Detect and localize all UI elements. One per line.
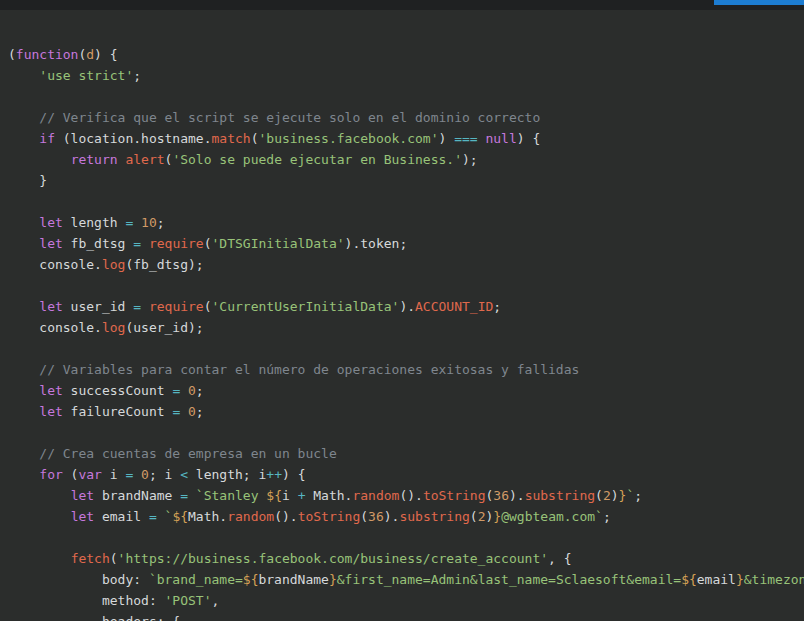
code-token: ; bbox=[493, 299, 501, 314]
code-token bbox=[141, 236, 149, 251]
code-line bbox=[8, 422, 804, 443]
code-token: method: bbox=[8, 593, 165, 608]
window-top-strip bbox=[0, 0, 804, 10]
code-token: ${ bbox=[243, 572, 259, 587]
code-token: ( bbox=[470, 509, 478, 524]
code-token: ) { bbox=[94, 47, 117, 62]
code-token: (). bbox=[399, 488, 422, 503]
code-token: let bbox=[39, 383, 62, 398]
code-token: length bbox=[63, 215, 126, 230]
code-token: // Crea cuentas de empresa en un bucle bbox=[39, 446, 336, 461]
code-token: fb_dtsg bbox=[63, 236, 133, 251]
code-token: ) { bbox=[282, 467, 305, 482]
code-line: let email = `${Math.random().toString(36… bbox=[8, 506, 804, 527]
code-token: (user_id); bbox=[125, 320, 203, 335]
code-token: = bbox=[180, 488, 188, 503]
code-token bbox=[8, 236, 39, 251]
code-token: ( bbox=[204, 299, 212, 314]
code-token bbox=[8, 215, 39, 230]
code-line bbox=[8, 191, 804, 212]
code-token: 'POST' bbox=[165, 593, 212, 608]
code-token: Math. bbox=[188, 509, 227, 524]
code-token bbox=[8, 509, 71, 524]
code-token: 'DTSGInitialData' bbox=[212, 236, 345, 251]
code-token: ; bbox=[196, 383, 204, 398]
code-token: `brand_name= bbox=[149, 572, 243, 587]
code-token: log bbox=[102, 257, 125, 272]
code-token: ( bbox=[360, 509, 368, 524]
code-line bbox=[8, 527, 804, 548]
code-token: ${ bbox=[681, 572, 697, 587]
code-token: = bbox=[133, 236, 141, 251]
code-token bbox=[8, 467, 39, 482]
code-token: let bbox=[71, 509, 94, 524]
code-token: function bbox=[16, 47, 79, 62]
code-token: brandName bbox=[258, 572, 328, 587]
code-line: console.log(fb_dtsg); bbox=[8, 254, 804, 275]
code-token: 'business.facebook.com' bbox=[258, 131, 438, 146]
code-line: let brandName = `Stanley ${i + Math.rand… bbox=[8, 485, 804, 506]
code-token: ( bbox=[204, 236, 212, 251]
scroll-accent-bar bbox=[714, 0, 804, 5]
code-token: null bbox=[485, 131, 516, 146]
code-token: var bbox=[78, 467, 101, 482]
code-token: } bbox=[493, 509, 501, 524]
code-token: ${ bbox=[172, 509, 188, 524]
code-line bbox=[8, 275, 804, 296]
code-content: (function(d) { 'use strict'; // Verifica… bbox=[0, 10, 804, 621]
code-token: 'use strict' bbox=[39, 68, 133, 83]
code-token: ) bbox=[611, 488, 619, 503]
code-token: d bbox=[86, 47, 94, 62]
code-token bbox=[133, 215, 141, 230]
code-line: // Verifica que el script se ejecute sol… bbox=[8, 107, 804, 128]
code-token: ). bbox=[509, 488, 525, 503]
code-token: headers: { bbox=[8, 614, 180, 621]
code-token: // Variables para contar el número de op… bbox=[39, 362, 579, 377]
code-token: require bbox=[149, 236, 204, 251]
code-token: ; bbox=[603, 509, 611, 524]
code-token: 36 bbox=[493, 488, 509, 503]
code-line: headers: { bbox=[8, 611, 804, 621]
code-line: fetch('https://business.facebook.com/bus… bbox=[8, 548, 804, 569]
code-token: `Stanley bbox=[196, 488, 266, 503]
code-token: ++ bbox=[266, 467, 282, 482]
code-token: @wgbteam.com` bbox=[501, 509, 603, 524]
code-token: ).token; bbox=[345, 236, 408, 251]
code-token: (location.hostname. bbox=[55, 131, 212, 146]
code-token: brandName bbox=[94, 488, 180, 503]
code-token: ( bbox=[8, 47, 16, 62]
code-editor[interactable]: (function(d) { 'use strict'; // Verifica… bbox=[0, 10, 804, 621]
code-line: let successCount = 0; bbox=[8, 380, 804, 401]
code-token: 0 bbox=[188, 404, 196, 419]
code-token bbox=[8, 551, 71, 566]
code-token: ). bbox=[384, 509, 400, 524]
code-token: ${ bbox=[266, 488, 282, 503]
code-token: } bbox=[8, 173, 47, 188]
code-token: Math. bbox=[305, 488, 352, 503]
code-line: let failureCount = 0; bbox=[8, 401, 804, 422]
code-line: body: `brand_name=${brandName}&first_nam… bbox=[8, 569, 804, 590]
code-token bbox=[8, 446, 39, 461]
code-token: ); bbox=[462, 152, 478, 167]
code-token: fetch bbox=[71, 551, 110, 566]
code-token: console. bbox=[8, 257, 102, 272]
code-token: , bbox=[212, 593, 220, 608]
code-token bbox=[8, 488, 71, 503]
code-token: ; bbox=[196, 404, 204, 419]
code-token: 'https://business.facebook.com/business/… bbox=[118, 551, 548, 566]
code-token: 'Solo se puede ejecutar en Business.' bbox=[172, 152, 462, 167]
code-token: 'CurrentUserInitialData' bbox=[212, 299, 400, 314]
code-token: toString bbox=[298, 509, 361, 524]
code-line: (function(d) { bbox=[8, 44, 804, 65]
code-token: ( bbox=[110, 551, 118, 566]
code-token: email bbox=[697, 572, 736, 587]
code-token: < bbox=[180, 467, 188, 482]
code-token bbox=[8, 404, 39, 419]
code-token bbox=[8, 152, 71, 167]
code-token: length; i bbox=[188, 467, 266, 482]
code-token: let bbox=[39, 299, 62, 314]
code-token: let bbox=[71, 488, 94, 503]
code-line: } bbox=[8, 170, 804, 191]
code-token: successCount bbox=[63, 383, 173, 398]
code-token: email bbox=[94, 509, 149, 524]
